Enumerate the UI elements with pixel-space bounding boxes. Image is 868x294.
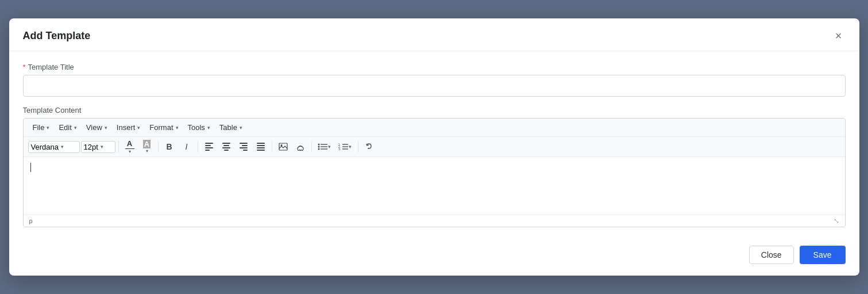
table-caret-icon: ▾ xyxy=(240,125,242,131)
menu-tools[interactable]: Tools ▾ xyxy=(183,121,215,134)
editor-toolbar: Verdana ▾ 12pt ▾ A ▾ xyxy=(24,137,845,157)
template-title-field: *Template Title xyxy=(23,63,846,97)
ordered-list-icon: 1. 2. 3. xyxy=(338,143,349,151)
ordered-list-caret-icon: ▾ xyxy=(349,144,352,150)
toolbar-separator-3 xyxy=(198,141,198,152)
menu-file[interactable]: File ▾ xyxy=(28,121,55,134)
link-icon xyxy=(296,143,305,151)
modal-header: Add Template × xyxy=(9,18,859,51)
font-size-caret-icon: ▾ xyxy=(101,144,103,150)
toolbar-separator-4 xyxy=(272,141,272,152)
image-icon xyxy=(279,143,288,151)
font-family-select[interactable]: Verdana ▾ xyxy=(28,141,80,153)
ordered-list-button[interactable]: 1. 2. 3. ▾ xyxy=(335,139,355,154)
justify-button[interactable] xyxy=(253,139,269,154)
template-title-input[interactable] xyxy=(23,75,846,97)
svg-point-4 xyxy=(318,148,320,150)
toolbar-separator-2 xyxy=(158,141,159,152)
menu-edit[interactable]: Edit ▾ xyxy=(54,121,81,134)
toolbar-separator-5 xyxy=(311,141,312,152)
required-indicator: * xyxy=(23,63,26,71)
svg-rect-0 xyxy=(279,143,287,150)
editor-content-area[interactable] xyxy=(24,157,845,215)
italic-button[interactable]: I xyxy=(179,139,195,154)
toolbar-separator-1 xyxy=(118,141,119,152)
align-center-icon xyxy=(221,141,232,152)
svg-point-3 xyxy=(318,146,320,148)
modal-footer: Close Save xyxy=(9,236,859,276)
view-caret-icon: ▾ xyxy=(105,125,107,131)
font-color-button[interactable]: A ▾ xyxy=(122,139,138,154)
align-center-button[interactable] xyxy=(218,139,234,154)
format-caret-icon: ▾ xyxy=(176,125,179,131)
align-left-button[interactable] xyxy=(201,139,217,154)
menu-insert[interactable]: Insert ▾ xyxy=(112,121,145,134)
highlight-caret-icon: ▾ xyxy=(146,148,148,154)
file-caret-icon: ▾ xyxy=(47,125,49,131)
svg-point-2 xyxy=(318,144,320,146)
close-button[interactable]: Close xyxy=(749,246,794,264)
font-family-caret-icon: ▾ xyxy=(61,144,64,150)
resize-handle[interactable]: ⤡ xyxy=(834,217,839,225)
menu-format[interactable]: Format ▾ xyxy=(145,121,183,134)
insert-caret-icon: ▾ xyxy=(137,125,140,131)
modal-body: *Template Title Template Content File ▾ xyxy=(9,51,859,236)
menu-view[interactable]: View ▾ xyxy=(82,121,112,134)
tools-caret-icon: ▾ xyxy=(207,125,210,131)
rich-text-editor: File ▾ Edit ▾ View ▾ Insert xyxy=(23,118,846,227)
menu-table[interactable]: Table ▾ xyxy=(215,121,247,134)
editor-menubar: File ▾ Edit ▾ View ▾ Insert xyxy=(24,119,845,137)
justify-icon xyxy=(255,141,267,152)
undo-button[interactable] xyxy=(361,139,377,154)
unordered-list-caret-icon: ▾ xyxy=(328,144,331,150)
modal-close-button[interactable]: × xyxy=(832,29,846,43)
status-tag: p xyxy=(29,217,33,224)
font-color-caret-icon: ▾ xyxy=(129,149,131,154)
bold-button[interactable]: B xyxy=(161,139,178,154)
edit-caret-icon: ▾ xyxy=(74,125,77,131)
modal-title: Add Template xyxy=(23,30,91,42)
align-right-icon xyxy=(238,141,249,152)
editor-statusbar: p ⤡ xyxy=(24,215,845,227)
svg-text:3.: 3. xyxy=(338,147,341,151)
unordered-list-button[interactable]: ▾ xyxy=(315,139,334,154)
align-right-button[interactable] xyxy=(236,139,252,154)
toolbar-separator-6 xyxy=(358,141,358,152)
insert-image-button[interactable] xyxy=(275,139,291,154)
undo-icon xyxy=(365,143,374,151)
template-title-label: *Template Title xyxy=(23,63,846,71)
modal-overlay: Add Template × *Template Title Template … xyxy=(0,0,868,294)
text-cursor xyxy=(30,163,31,172)
save-button[interactable]: Save xyxy=(800,246,846,264)
unordered-list-icon xyxy=(318,143,328,151)
font-size-select[interactable]: 12pt ▾ xyxy=(81,141,115,153)
insert-link-button[interactable] xyxy=(292,139,308,154)
template-content-field: Template Content File ▾ Edit ▾ Vi xyxy=(23,106,846,227)
add-template-modal: Add Template × *Template Title Template … xyxy=(9,18,859,276)
template-content-label: Template Content xyxy=(23,106,846,114)
highlight-color-button[interactable]: A ▾ xyxy=(139,139,155,154)
